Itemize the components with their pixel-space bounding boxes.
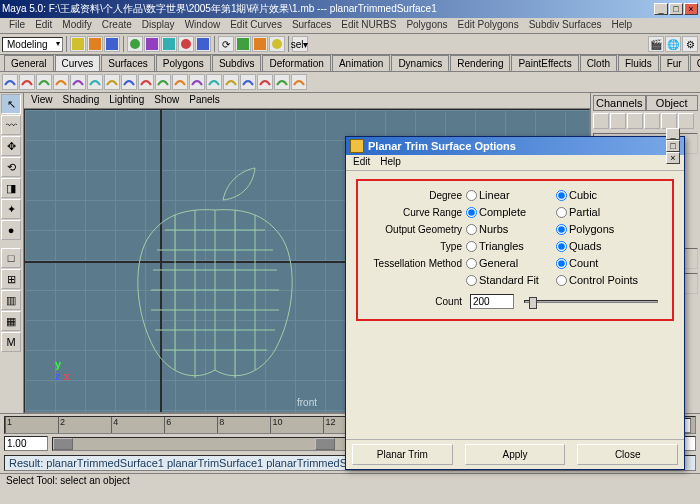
menu-edit-polygons[interactable]: Edit Polygons [453, 18, 524, 33]
channel-icon[interactable] [627, 113, 643, 129]
shelf-tab-subdivs[interactable]: Subdivs [212, 55, 262, 71]
manip-tool[interactable]: ✦ [1, 199, 21, 219]
menu-file[interactable]: File [4, 18, 30, 33]
radio-nurbs[interactable] [466, 224, 477, 235]
shelf-tab-dynamics[interactable]: Dynamics [391, 55, 449, 71]
shelf-curve-icon[interactable] [206, 74, 222, 90]
menu-subdiv-surfaces[interactable]: Subdiv Surfaces [524, 18, 607, 33]
snap-curve-icon[interactable] [178, 36, 194, 52]
menu-edit[interactable]: Edit [30, 18, 57, 33]
dialog-maximize-button[interactable]: □ [666, 140, 680, 152]
shelf-tab-animation[interactable]: Animation [332, 55, 390, 71]
hypershade-icon[interactable]: ▦ [1, 311, 21, 331]
tab-object[interactable]: Object [646, 95, 699, 111]
maximize-button[interactable]: □ [669, 3, 683, 15]
count-input[interactable] [470, 294, 514, 309]
render-globals-icon[interactable] [269, 36, 285, 52]
radio-quads[interactable] [556, 241, 567, 252]
shelf-tab-polygons[interactable]: Polygons [156, 55, 211, 71]
snap-point-icon[interactable] [195, 36, 211, 52]
radio-complete[interactable] [466, 207, 477, 218]
shelf-tab-custom[interactable]: Custom [690, 55, 700, 71]
shelf-tab-deformation[interactable]: Deformation [262, 55, 330, 71]
four-view-icon[interactable]: ⊞ [1, 269, 21, 289]
radio-polygons[interactable] [556, 224, 567, 235]
history-icon[interactable]: ⟳ [218, 36, 234, 52]
dialog-minimize-button[interactable]: _ [666, 128, 680, 140]
shelf-curve-icon[interactable] [223, 74, 239, 90]
apply-button[interactable]: Apply [465, 444, 566, 465]
clapboard-icon[interactable]: 🎬 [648, 36, 664, 52]
select-tool[interactable]: ↖ [1, 94, 21, 114]
snap-grid-icon[interactable] [161, 36, 177, 52]
channel-icon[interactable] [610, 113, 626, 129]
channel-icon[interactable] [593, 113, 609, 129]
input-line-icon[interactable]: sel▾ [292, 36, 308, 52]
shelf-curve-icon[interactable] [138, 74, 154, 90]
shelf-curve-icon[interactable] [257, 74, 273, 90]
channel-icon[interactable] [644, 113, 660, 129]
radio-general[interactable] [466, 258, 477, 269]
channel-icon[interactable] [661, 113, 677, 129]
radio-standard fit[interactable] [466, 275, 477, 286]
range-start-knob[interactable] [53, 438, 73, 450]
script-icon[interactable]: M [1, 332, 21, 352]
soft-mod-tool[interactable]: ● [1, 220, 21, 240]
globe-icon[interactable]: 🌐 [665, 36, 681, 52]
scale-tool[interactable]: ◨ [1, 178, 21, 198]
close-button[interactable]: × [684, 3, 698, 15]
planar-trim-button[interactable]: Planar Trim [352, 444, 453, 465]
radio-cubic[interactable] [556, 190, 567, 201]
shelf-tab-curves[interactable]: Curves [55, 55, 101, 71]
menu-help[interactable]: Help [607, 18, 638, 33]
new-scene-icon[interactable] [70, 36, 86, 52]
radio-triangles[interactable] [466, 241, 477, 252]
close-button[interactable]: Close [577, 444, 678, 465]
menu-display[interactable]: Display [137, 18, 180, 33]
shelf-curve-icon[interactable] [2, 74, 18, 90]
open-scene-icon[interactable] [87, 36, 103, 52]
vp-menu-shading[interactable]: Shading [60, 93, 103, 108]
range-start-input[interactable] [4, 436, 48, 451]
shelf-curve-icon[interactable] [53, 74, 69, 90]
dialog-menu-edit[interactable]: Edit [350, 155, 373, 170]
select-hierarchy-icon[interactable] [144, 36, 160, 52]
tab-channels[interactable]: Channels [593, 95, 646, 111]
shelf-tab-general[interactable]: General [4, 55, 54, 71]
range-end-knob[interactable] [315, 438, 335, 450]
shelf-curve-icon[interactable] [189, 74, 205, 90]
rotate-tool[interactable]: ⟲ [1, 157, 21, 177]
vp-menu-lighting[interactable]: Lighting [106, 93, 147, 108]
menu-polygons[interactable]: Polygons [401, 18, 452, 33]
shelf-curve-icon[interactable] [240, 74, 256, 90]
shelf-tab-fluids[interactable]: Fluids [618, 55, 659, 71]
shelf-curve-icon[interactable] [291, 74, 307, 90]
save-scene-icon[interactable] [104, 36, 120, 52]
render-icon[interactable] [235, 36, 251, 52]
shelf-curve-icon[interactable] [172, 74, 188, 90]
slider-thumb[interactable] [529, 297, 537, 309]
radio-count[interactable] [556, 258, 567, 269]
shelf-tab-painteffects[interactable]: PaintEffects [511, 55, 578, 71]
shelf-tab-fur[interactable]: Fur [660, 55, 689, 71]
shelf-tab-cloth[interactable]: Cloth [580, 55, 617, 71]
gear-icon[interactable]: ⚙ [682, 36, 698, 52]
radio-linear[interactable] [466, 190, 477, 201]
shelf-curve-icon[interactable] [19, 74, 35, 90]
menu-modify[interactable]: Modify [57, 18, 96, 33]
shelf-curve-icon[interactable] [36, 74, 52, 90]
select-by-type-icon[interactable] [127, 36, 143, 52]
minimize-button[interactable]: _ [654, 3, 668, 15]
vp-menu-show[interactable]: Show [151, 93, 182, 108]
channel-icon[interactable] [678, 113, 694, 129]
single-view-icon[interactable]: □ [1, 248, 21, 268]
dialog-menu-help[interactable]: Help [377, 155, 404, 170]
shelf-curve-icon[interactable] [87, 74, 103, 90]
menu-window[interactable]: Window [180, 18, 226, 33]
radio-partial[interactable] [556, 207, 567, 218]
vp-menu-view[interactable]: View [28, 93, 56, 108]
shelf-tab-rendering[interactable]: Rendering [450, 55, 510, 71]
dialog-close-button[interactable]: × [666, 152, 680, 164]
count-slider[interactable] [524, 300, 658, 303]
menu-edit-curves[interactable]: Edit Curves [225, 18, 287, 33]
